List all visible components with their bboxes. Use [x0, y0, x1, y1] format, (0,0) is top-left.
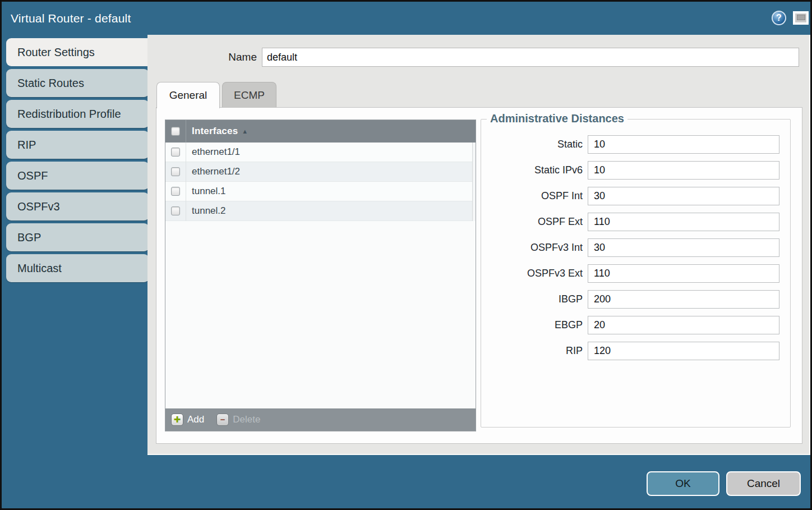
field-row: Static IPv6 — [481, 161, 790, 180]
row-checkbox[interactable] — [171, 148, 180, 157]
table-scrollbar[interactable] — [472, 143, 476, 221]
table-row[interactable]: tunnel.1 — [165, 182, 476, 201]
header-divider — [186, 120, 186, 143]
restore-window-icon[interactable] — [793, 11, 809, 25]
cancel-button[interactable]: Cancel — [726, 471, 801, 496]
ospf-int-label: OSPF Int — [481, 190, 588, 202]
table-row[interactable]: tunnel.2 — [165, 201, 476, 221]
delete-button-label: Delete — [233, 414, 260, 425]
virtual-router-dialog: Virtual Router - default ? Router Settin… — [0, 0, 812, 510]
select-all-checkbox[interactable] — [171, 127, 180, 136]
ebgp-label: EBGP — [481, 319, 588, 331]
sidebar-item-rip[interactable]: RIP — [6, 131, 149, 159]
field-row: OSPFv3 Ext — [481, 264, 790, 283]
sidebar-item-ospfv3[interactable]: OSPFv3 — [6, 192, 149, 220]
tab-general[interactable]: General — [156, 82, 220, 108]
name-input[interactable] — [262, 48, 799, 67]
interface-name: ethernet1/2 — [192, 166, 240, 177]
sidebar-item-redistribution-profile[interactable]: Redistribution Profile — [6, 100, 149, 128]
field-row: OSPFv3 Int — [481, 238, 790, 257]
table-row[interactable]: ethernet1/1 — [165, 143, 476, 162]
static-ipv6-label: Static IPv6 — [481, 164, 588, 176]
ospfv3-ext-input[interactable] — [588, 264, 779, 283]
row-checkbox[interactable] — [171, 187, 180, 196]
row-divider — [186, 182, 186, 201]
sidebar-item-bgp[interactable]: BGP — [6, 223, 149, 251]
field-row: RIP — [481, 342, 790, 360]
row-checkbox[interactable] — [171, 206, 180, 215]
static-label: Static — [481, 139, 588, 150]
table-row[interactable]: ethernet1/2 — [165, 162, 476, 182]
sidebar-item-multicast[interactable]: Multicast — [6, 254, 149, 282]
ospfv3-ext-label: OSPFv3 Ext — [481, 268, 588, 279]
field-row: Static — [481, 135, 790, 154]
ebgp-input[interactable] — [588, 316, 779, 334]
help-icon[interactable]: ? — [772, 11, 786, 25]
ok-button[interactable]: OK — [647, 471, 719, 496]
row-divider — [186, 143, 186, 162]
dialog-title: Virtual Router - default — [11, 2, 131, 35]
static-ipv6-input[interactable] — [588, 161, 779, 180]
field-row: OSPF Ext — [481, 213, 790, 231]
ibgp-label: IBGP — [481, 293, 588, 305]
interfaces-table: Interfaces ▲ ethernet1/1 ethernet1/2 — [165, 120, 476, 431]
static-input[interactable] — [588, 135, 779, 154]
add-button[interactable]: ✚ Add — [171, 413, 204, 426]
general-tab-panel: Interfaces ▲ ethernet1/1 ethernet1/2 — [156, 107, 802, 444]
rip-input[interactable] — [588, 342, 779, 360]
add-plus-icon: ✚ — [171, 413, 183, 426]
row-checkbox[interactable] — [171, 167, 180, 176]
content-area: Name General ECMP Interfaces ▲ ethernet1… — [147, 35, 810, 455]
titlebar: Virtual Router - default ? — [2, 2, 810, 35]
interfaces-table-header: Interfaces ▲ — [165, 120, 476, 143]
sidebar: Router Settings Static Routes Redistribu… — [6, 38, 149, 285]
delete-minus-icon: − — [216, 413, 229, 426]
interface-name: ethernet1/1 — [192, 146, 240, 158]
sidebar-item-ospf[interactable]: OSPF — [6, 162, 149, 190]
interfaces-rows: ethernet1/1 ethernet1/2 tunnel.1 — [165, 143, 476, 408]
ospf-ext-input[interactable] — [588, 213, 779, 231]
sidebar-item-static-routes[interactable]: Static Routes — [6, 69, 149, 97]
interface-name: tunnel.2 — [192, 205, 226, 217]
field-row: OSPF Int — [481, 187, 790, 205]
row-divider — [186, 162, 186, 182]
administrative-distances-fieldset: Administrative Distances Static Static I… — [481, 119, 791, 428]
field-row: EBGP — [481, 316, 790, 334]
name-label: Name — [147, 51, 257, 63]
interface-name: tunnel.1 — [192, 186, 226, 197]
ibgp-input[interactable] — [588, 290, 779, 309]
delete-button[interactable]: − Delete — [216, 413, 260, 426]
field-row: IBGP — [481, 290, 790, 309]
administrative-distances-legend: Administrative Distances — [487, 112, 628, 125]
row-divider — [186, 201, 186, 221]
add-button-label: Add — [187, 414, 204, 425]
interfaces-table-footer: ✚ Add − Delete — [165, 408, 476, 431]
interfaces-column-header[interactable]: Interfaces — [192, 126, 238, 137]
tab-ecmp[interactable]: ECMP — [222, 82, 276, 108]
rip-label: RIP — [481, 345, 588, 357]
ospfv3-int-input[interactable] — [588, 238, 779, 257]
ospf-ext-label: OSPF Ext — [481, 216, 588, 228]
sort-ascending-icon[interactable]: ▲ — [242, 128, 248, 135]
sidebar-item-router-settings[interactable]: Router Settings — [6, 38, 149, 66]
ospf-int-input[interactable] — [588, 187, 779, 205]
ospfv3-int-label: OSPFv3 Int — [481, 242, 588, 254]
